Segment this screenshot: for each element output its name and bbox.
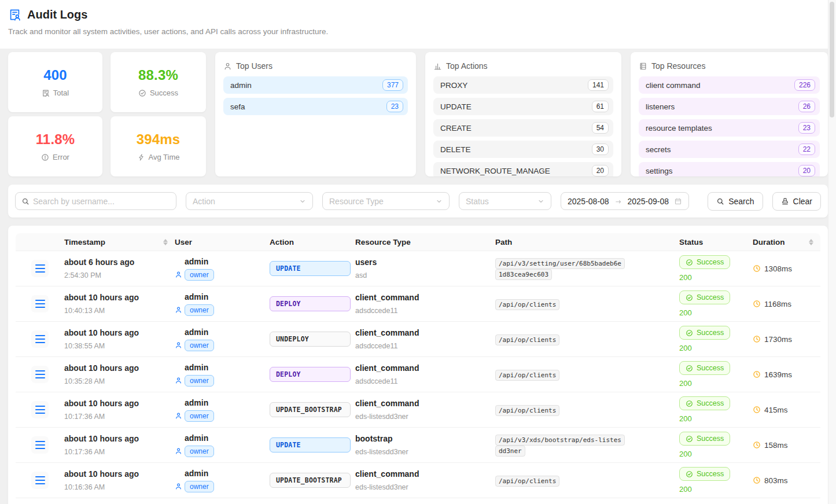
table-row: about 6 hours ago2:54:30 PM admin owner … [16, 251, 820, 286]
top-action-item: NETWORK_ROUTE_MANAGE 20 [433, 162, 613, 176]
chevron-down-icon [299, 198, 306, 205]
status-tag: Success [679, 396, 730, 410]
filter-bar: Action Resource Type Status 2025-08-08 2… [8, 185, 828, 218]
user-name: admin [175, 363, 270, 372]
top-users-title: Top Users [236, 61, 272, 71]
action-tag: UPDATE_BOOTSTRAP [270, 473, 351, 488]
stat-card-success: 88.3% Success [111, 52, 206, 112]
user-name: admin [175, 292, 270, 301]
status-code: 200 [679, 485, 753, 494]
top-user-count-badge: 377 [382, 79, 403, 91]
bar-chart-icon [433, 62, 442, 71]
resource-name: client_command [355, 363, 495, 373]
status-select[interactable]: Status [459, 192, 551, 210]
header-timestamp[interactable]: Timestamp [64, 238, 175, 247]
clock-icon [753, 300, 761, 308]
search-icon [21, 197, 30, 205]
stat-card-avg-time: 394ms Avg Time [111, 116, 206, 176]
top-action-name: DELETE [440, 145, 471, 154]
top-action-count-badge: 20 [592, 165, 609, 176]
top-action-name: CREATE [440, 124, 472, 133]
resource-type-select[interactable]: Resource Type [322, 192, 450, 210]
timestamp-relative: about 6 hours ago [64, 257, 175, 267]
scrollbar-thumb[interactable] [830, 2, 834, 117]
resource-sub: adsdccede11 [355, 307, 495, 315]
stat-avg-time-value: 394ms [137, 131, 181, 148]
expand-row-button[interactable] [31, 401, 49, 418]
expand-row-button[interactable] [31, 330, 49, 348]
clear-button[interactable]: Clear [772, 192, 821, 211]
duration: 1308ms [753, 264, 820, 273]
date-end[interactable]: 2025-09-08 [627, 197, 669, 206]
stat-avg-time-label: Avg Time [149, 153, 180, 161]
expand-row-button[interactable] [31, 366, 49, 383]
timestamp-relative: about 10 hours ago [64, 399, 175, 408]
audit-logs-icon [8, 8, 21, 21]
expand-row-button[interactable] [31, 260, 49, 277]
top-resource-name: resource templates [646, 124, 712, 133]
resource-sub: eds-listesdd3ner [355, 448, 495, 456]
calendar-icon [674, 197, 682, 205]
stat-card-total: 400 Total [8, 52, 102, 112]
timestamp-absolute: 10:35:28 AM [64, 377, 175, 385]
stat-card-error: 11.8% Error [8, 116, 102, 176]
action-tag: DEPLOY [270, 296, 351, 311]
timestamp-absolute: 2:54:30 PM [64, 271, 175, 279]
status-tag: Success [679, 255, 730, 269]
status-code: 200 [679, 379, 753, 388]
status-code: 200 [679, 414, 753, 423]
status-select-placeholder: Status [466, 197, 489, 206]
expand-row-button[interactable] [31, 436, 49, 454]
top-resource-count-badge: 20 [798, 165, 815, 176]
clock-icon [753, 370, 761, 378]
user-name: admin [175, 398, 270, 407]
status-tag: Success [679, 290, 730, 304]
resource-name: client_command [355, 328, 495, 337]
expand-row-button[interactable] [31, 472, 49, 489]
resource-name: users [355, 257, 495, 267]
timestamp-relative: about 10 hours ago [64, 434, 175, 443]
resource-name: client_command [355, 469, 495, 479]
action-tag: UNDEPLOY [270, 332, 351, 347]
date-start[interactable]: 2025-08-08 [568, 197, 609, 206]
search-button[interactable]: Search [708, 192, 763, 211]
top-user-item: sefa 23 [223, 98, 408, 115]
header-status: Status [679, 238, 753, 247]
action-tag: UPDATE [270, 437, 351, 453]
path-code: /api/op/clients [495, 476, 559, 487]
page-subtitle: Track and monitor all system activities,… [0, 21, 836, 36]
top-action-item: DELETE 30 [433, 141, 613, 158]
timestamp-relative: about 10 hours ago [64, 328, 175, 337]
top-resources-title: Top Resources [651, 61, 705, 71]
duration: 158ms [753, 441, 820, 450]
status-tag: Success [679, 467, 730, 481]
action-tag: UPDATE_BOOTSTRAP [270, 402, 351, 417]
database-icon [639, 62, 647, 71]
search-input-wrapper [15, 192, 176, 210]
expand-row-button[interactable] [31, 295, 49, 312]
page-scrollbar[interactable] [828, 0, 836, 504]
role-tag: owner [185, 481, 214, 492]
action-tag: UPDATE [270, 261, 351, 276]
top-action-name: PROXY [440, 81, 467, 90]
role-tag: owner [185, 410, 214, 422]
audit-icon [42, 89, 50, 97]
header-duration[interactable]: Duration [753, 238, 820, 247]
page-header: Audit Logs Track and monitor all system … [0, 0, 836, 49]
action-select[interactable]: Action [186, 192, 313, 210]
clear-icon [781, 197, 789, 205]
table-row: about 10 hours ago10:16:36 AM admin owne… [16, 463, 820, 498]
search-input[interactable] [33, 197, 170, 206]
path-code: /api/v3/xds/bootstrap/eds-listesdd3ner [495, 435, 625, 457]
resource-sub: adsdccede11 [355, 377, 495, 385]
timestamp-absolute: 10:40:13 AM [64, 307, 175, 315]
thunderbolt-icon [137, 153, 145, 161]
date-range-picker[interactable]: 2025-08-08 2025-09-08 [561, 192, 689, 210]
timestamp-absolute: 10:38:55 AM [64, 342, 175, 350]
top-resource-name: client command [646, 81, 701, 90]
path-code: /api/v3/setting/user/68b5badeb6e1d83cea9… [495, 258, 625, 280]
user-icon [223, 62, 232, 71]
user-name: admin [175, 469, 270, 478]
user-name: admin [175, 328, 270, 337]
top-resource-count-badge: 22 [798, 144, 815, 155]
